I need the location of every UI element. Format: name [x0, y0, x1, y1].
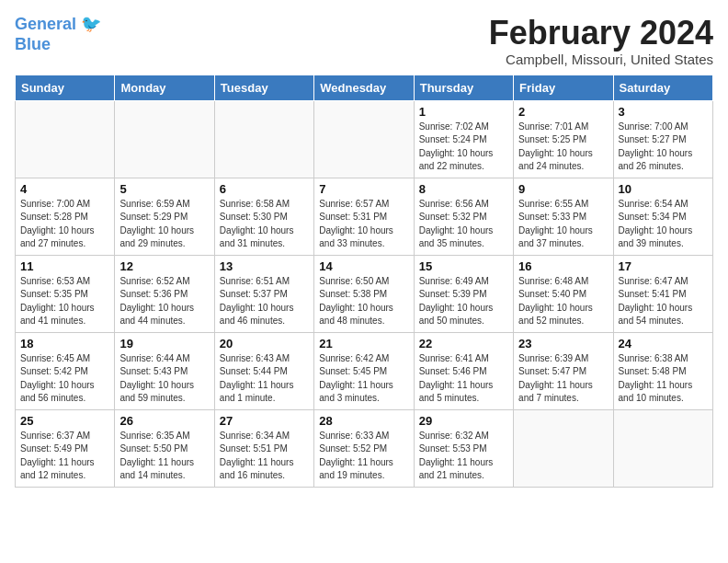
calendar-day-13: 13Sunrise: 6:51 AM Sunset: 5:37 PM Dayli… — [214, 255, 313, 332]
calendar-day-17: 17Sunrise: 6:47 AM Sunset: 5:41 PM Dayli… — [613, 255, 712, 332]
day-info: Sunrise: 7:00 AM Sunset: 5:28 PM Dayligh… — [20, 198, 109, 251]
calendar-week-row: 11Sunrise: 6:53 AM Sunset: 5:35 PM Dayli… — [16, 255, 713, 332]
calendar-day-1: 1Sunrise: 7:02 AM Sunset: 5:24 PM Daylig… — [414, 100, 513, 178]
day-info: Sunrise: 6:53 AM Sunset: 5:35 PM Dayligh… — [20, 275, 109, 328]
calendar-day-16: 16Sunrise: 6:48 AM Sunset: 5:40 PM Dayli… — [514, 255, 613, 332]
day-info: Sunrise: 7:01 AM Sunset: 5:25 PM Dayligh… — [518, 121, 608, 174]
day-number: 6 — [220, 182, 309, 196]
day-info: Sunrise: 6:34 AM Sunset: 5:51 PM Dayligh… — [220, 430, 309, 483]
day-number: 12 — [119, 259, 209, 273]
calendar-day-empty — [514, 409, 613, 487]
day-number: 29 — [419, 414, 508, 428]
logo-text: General 🐦Blue — [15, 15, 101, 53]
day-info: Sunrise: 6:52 AM Sunset: 5:36 PM Dayligh… — [119, 275, 209, 328]
weekday-header-thursday: Thursday — [414, 75, 513, 100]
day-info: Sunrise: 6:45 AM Sunset: 5:42 PM Dayligh… — [20, 352, 109, 406]
day-info: Sunrise: 6:57 AM Sunset: 5:31 PM Dayligh… — [319, 198, 408, 251]
day-info: Sunrise: 6:42 AM Sunset: 5:45 PM Dayligh… — [319, 352, 408, 406]
calendar-day-5: 5Sunrise: 6:59 AM Sunset: 5:29 PM Daylig… — [115, 178, 214, 255]
weekday-header-saturday: Saturday — [613, 75, 712, 100]
day-info: Sunrise: 6:50 AM Sunset: 5:38 PM Dayligh… — [319, 275, 408, 328]
day-info: Sunrise: 7:00 AM Sunset: 5:27 PM Dayligh… — [619, 121, 708, 174]
day-number: 8 — [419, 182, 508, 196]
header: February 2024 Campbell, Missouri, United… — [15, 15, 713, 67]
day-number: 26 — [119, 414, 209, 428]
calendar-week-row: 4Sunrise: 7:00 AM Sunset: 5:28 PM Daylig… — [16, 178, 713, 255]
calendar-day-empty — [214, 100, 313, 178]
day-info: Sunrise: 6:32 AM Sunset: 5:53 PM Dayligh… — [419, 430, 508, 483]
day-number: 13 — [220, 259, 309, 273]
calendar-week-row: 25Sunrise: 6:37 AM Sunset: 5:49 PM Dayli… — [16, 409, 713, 487]
day-number: 1 — [419, 105, 508, 119]
day-number: 4 — [20, 182, 109, 196]
day-info: Sunrise: 6:54 AM Sunset: 5:34 PM Dayligh… — [619, 198, 708, 251]
calendar-day-7: 7Sunrise: 6:57 AM Sunset: 5:31 PM Daylig… — [314, 178, 414, 255]
day-number: 2 — [518, 105, 608, 119]
logo-bird-icon: 🐦 — [76, 15, 101, 33]
calendar-day-19: 19Sunrise: 6:44 AM Sunset: 5:43 PM Dayli… — [115, 332, 214, 409]
calendar-day-10: 10Sunrise: 6:54 AM Sunset: 5:34 PM Dayli… — [613, 178, 712, 255]
day-info: Sunrise: 6:59 AM Sunset: 5:29 PM Dayligh… — [119, 198, 209, 251]
day-number: 5 — [119, 182, 209, 196]
day-number: 25 — [20, 414, 109, 428]
weekday-header-wednesday: Wednesday — [314, 75, 414, 100]
calendar-table: SundayMondayTuesdayWednesdayThursdayFrid… — [15, 75, 713, 488]
calendar-day-21: 21Sunrise: 6:42 AM Sunset: 5:45 PM Dayli… — [314, 332, 414, 409]
day-number: 19 — [119, 337, 209, 350]
calendar-day-3: 3Sunrise: 7:00 AM Sunset: 5:27 PM Daylig… — [613, 100, 712, 178]
calendar-week-row: 1Sunrise: 7:02 AM Sunset: 5:24 PM Daylig… — [16, 100, 713, 178]
calendar-day-2: 2Sunrise: 7:01 AM Sunset: 5:25 PM Daylig… — [514, 100, 613, 178]
calendar-day-29: 29Sunrise: 6:32 AM Sunset: 5:53 PM Dayli… — [414, 409, 513, 487]
day-number: 9 — [518, 182, 608, 196]
calendar-day-28: 28Sunrise: 6:33 AM Sunset: 5:52 PM Dayli… — [314, 409, 414, 487]
weekday-header-sunday: Sunday — [16, 75, 115, 100]
day-info: Sunrise: 6:44 AM Sunset: 5:43 PM Dayligh… — [119, 352, 209, 406]
day-number: 21 — [319, 337, 408, 350]
calendar-day-22: 22Sunrise: 6:41 AM Sunset: 5:46 PM Dayli… — [414, 332, 513, 409]
day-number: 15 — [419, 259, 508, 273]
location-subtitle: Campbell, Missouri, United States — [15, 52, 713, 67]
weekday-header-friday: Friday — [514, 75, 613, 100]
calendar-day-24: 24Sunrise: 6:38 AM Sunset: 5:48 PM Dayli… — [613, 332, 712, 409]
logo: General 🐦Blue — [15, 15, 101, 54]
weekday-header-row: SundayMondayTuesdayWednesdayThursdayFrid… — [16, 75, 713, 100]
day-info: Sunrise: 6:47 AM Sunset: 5:41 PM Dayligh… — [619, 275, 708, 328]
calendar-day-27: 27Sunrise: 6:34 AM Sunset: 5:51 PM Dayli… — [214, 409, 313, 487]
weekday-header-tuesday: Tuesday — [214, 75, 313, 100]
day-number: 24 — [619, 337, 708, 350]
calendar-day-empty — [16, 100, 115, 178]
day-number: 7 — [319, 182, 408, 196]
calendar-day-25: 25Sunrise: 6:37 AM Sunset: 5:49 PM Dayli… — [16, 409, 115, 487]
calendar-day-8: 8Sunrise: 6:56 AM Sunset: 5:32 PM Daylig… — [414, 178, 513, 255]
calendar-day-15: 15Sunrise: 6:49 AM Sunset: 5:39 PM Dayli… — [414, 255, 513, 332]
day-number: 22 — [419, 337, 508, 350]
day-number: 17 — [619, 259, 708, 273]
calendar-day-18: 18Sunrise: 6:45 AM Sunset: 5:42 PM Dayli… — [16, 332, 115, 409]
day-info: Sunrise: 6:39 AM Sunset: 5:47 PM Dayligh… — [518, 352, 608, 406]
day-info: Sunrise: 6:48 AM Sunset: 5:40 PM Dayligh… — [518, 275, 608, 328]
day-info: Sunrise: 6:55 AM Sunset: 5:33 PM Dayligh… — [518, 198, 608, 251]
calendar-day-26: 26Sunrise: 6:35 AM Sunset: 5:50 PM Dayli… — [115, 409, 214, 487]
day-info: Sunrise: 6:43 AM Sunset: 5:44 PM Dayligh… — [220, 352, 309, 406]
calendar-day-11: 11Sunrise: 6:53 AM Sunset: 5:35 PM Dayli… — [16, 255, 115, 332]
day-number: 18 — [20, 337, 109, 350]
day-number: 10 — [619, 182, 708, 196]
day-info: Sunrise: 6:41 AM Sunset: 5:46 PM Dayligh… — [419, 352, 508, 406]
day-info: Sunrise: 6:37 AM Sunset: 5:49 PM Dayligh… — [20, 430, 109, 483]
day-number: 28 — [319, 414, 408, 428]
day-number: 11 — [20, 259, 109, 273]
day-number: 20 — [220, 337, 309, 350]
weekday-header-monday: Monday — [115, 75, 214, 100]
calendar-week-row: 18Sunrise: 6:45 AM Sunset: 5:42 PM Dayli… — [16, 332, 713, 409]
day-info: Sunrise: 6:38 AM Sunset: 5:48 PM Dayligh… — [619, 352, 708, 406]
calendar-day-4: 4Sunrise: 7:00 AM Sunset: 5:28 PM Daylig… — [16, 178, 115, 255]
day-info: Sunrise: 6:56 AM Sunset: 5:32 PM Dayligh… — [419, 198, 508, 251]
day-number: 27 — [220, 414, 309, 428]
calendar-day-empty — [115, 100, 214, 178]
day-info: Sunrise: 6:33 AM Sunset: 5:52 PM Dayligh… — [319, 430, 408, 483]
calendar-day-empty — [314, 100, 414, 178]
day-info: Sunrise: 6:58 AM Sunset: 5:30 PM Dayligh… — [220, 198, 309, 251]
calendar-day-empty — [613, 409, 712, 487]
day-number: 16 — [518, 259, 608, 273]
day-number: 23 — [518, 337, 608, 350]
